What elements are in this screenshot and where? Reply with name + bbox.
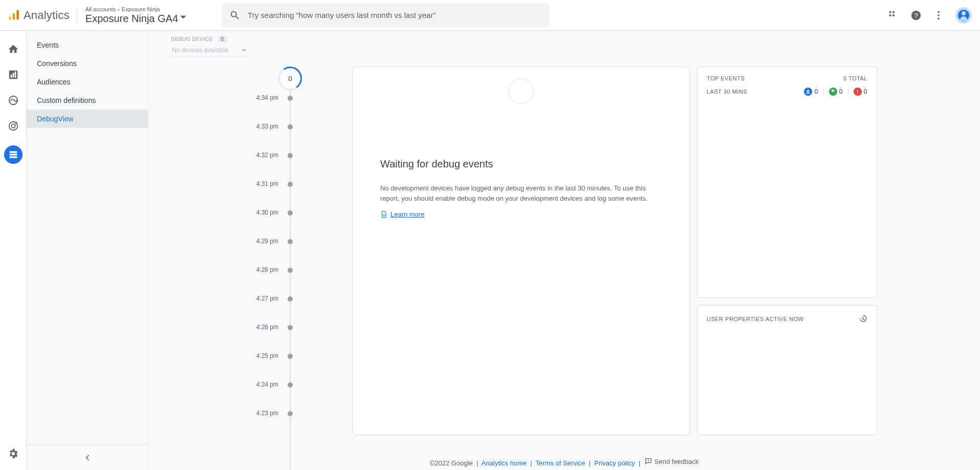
caret-down-icon xyxy=(180,14,186,22)
header-right: ? xyxy=(888,7,972,24)
search-icon xyxy=(229,10,241,21)
avatar-person-icon xyxy=(958,10,969,21)
timeline-mark-dot xyxy=(288,153,293,158)
subnav-events[interactable]: Events xyxy=(27,36,148,54)
svg-rect-23 xyxy=(857,93,858,94)
svg-rect-4 xyxy=(892,11,895,13)
timeline-mark-dot xyxy=(288,382,293,388)
svg-point-9 xyxy=(938,11,940,13)
analytics-logo[interactable]: Analytics xyxy=(5,9,70,22)
subnav-conversions[interactable]: Conversions xyxy=(27,54,148,73)
svg-rect-19 xyxy=(9,151,17,153)
footer-tos[interactable]: Terms of Service xyxy=(536,459,585,467)
debug-main-card: Waiting for debug events No development … xyxy=(352,67,690,435)
feedback-icon xyxy=(644,457,652,465)
top-events-badges: 0 0 xyxy=(804,88,867,96)
timeline-mark: 4:28 pm xyxy=(156,269,345,298)
analytics-logo-text: Analytics xyxy=(24,9,70,22)
svg-rect-1 xyxy=(13,13,15,19)
analytics-logo-icon xyxy=(7,9,20,22)
timeline-mark-label: 4:28 pm xyxy=(256,266,278,273)
more-vert-icon[interactable] xyxy=(933,10,944,21)
account-picker[interactable]: All accounts › Exposure Ninja Exposure N… xyxy=(85,6,186,24)
event-count-green: 0 xyxy=(839,88,843,95)
timeline-now-badge: 0 xyxy=(278,67,302,90)
svg-rect-14 xyxy=(12,73,14,77)
flag-icon xyxy=(829,88,837,96)
subnav-custom-definitions[interactable]: Custom definitions xyxy=(27,91,148,110)
nav-advertising[interactable] xyxy=(7,120,19,132)
user-props-title: USER PROPERTIES ACTIVE NOW xyxy=(707,316,803,322)
history-icon[interactable] xyxy=(858,314,867,324)
nav-settings[interactable] xyxy=(7,447,19,460)
timeline-mark: 4:25 pm xyxy=(156,355,345,384)
event-count-orange: 0 xyxy=(864,88,867,95)
subnav-debugview[interactable]: DebugView xyxy=(27,110,153,128)
timeline-mark-dot xyxy=(288,268,293,273)
document-icon xyxy=(380,211,387,218)
timeline-mark-label: 4:29 pm xyxy=(256,238,278,245)
event-badge-blue: 0 xyxy=(804,88,818,96)
event-badge-green: 0 xyxy=(829,88,843,96)
timeline-mark: 4:34 pm xyxy=(156,97,345,126)
event-count-blue: 0 xyxy=(814,88,818,95)
nav-rail xyxy=(0,31,27,470)
timeline-mark-dot xyxy=(288,296,293,302)
timeline-mark-dot xyxy=(288,96,293,101)
error-icon xyxy=(854,88,862,96)
subnav-audiences[interactable]: Audiences xyxy=(27,73,148,91)
svg-point-16 xyxy=(9,96,17,105)
caret-down-icon xyxy=(242,48,247,55)
svg-rect-22 xyxy=(857,90,858,92)
timeline-mark-label: 4:34 pm xyxy=(256,94,278,101)
user-properties-card: USER PROPERTIES ACTIVE NOW xyxy=(697,305,877,435)
learn-more-link[interactable]: Learn more xyxy=(390,210,424,218)
debug-empty-title: Waiting for debug events xyxy=(380,158,662,170)
svg-rect-3 xyxy=(889,11,891,13)
timeline-mark: 4:27 pm xyxy=(156,298,345,327)
timeline-mark-label: 4:23 pm xyxy=(256,410,278,417)
divider xyxy=(823,88,824,96)
nav-home[interactable] xyxy=(7,43,19,55)
account-avatar[interactable] xyxy=(955,7,972,24)
footer-privacy[interactable]: Privacy policy xyxy=(594,459,635,467)
timeline-mark: 4:33 pm xyxy=(156,126,345,155)
debug-device-select-text: No devices available xyxy=(172,47,228,54)
debug-device-select[interactable]: No devices available xyxy=(171,46,248,56)
search-bar[interactable]: Try searching "how many users last month… xyxy=(222,3,550,28)
nav-explore[interactable] xyxy=(7,94,19,106)
timeline-mark: 4:31 pm xyxy=(156,183,345,212)
svg-rect-24 xyxy=(648,460,648,461)
timeline-mark-label: 4:32 pm xyxy=(256,152,278,159)
timeline-mark-label: 4:24 pm xyxy=(256,381,278,388)
breadcrumb-root: All accounts xyxy=(85,6,116,12)
svg-rect-13 xyxy=(10,75,12,78)
svg-rect-25 xyxy=(648,461,648,462)
footer-analytics-home[interactable]: Analytics home xyxy=(482,459,527,467)
nav-configure[interactable] xyxy=(4,145,23,164)
apps-icon[interactable] xyxy=(888,10,899,21)
event-badge-orange: 0 xyxy=(854,88,867,96)
footer-feedback[interactable]: Send feedback xyxy=(644,457,699,465)
breadcrumb-leaf: Exposure Ninja xyxy=(122,6,160,12)
timeline-mark-dot xyxy=(288,182,293,187)
top-events-card: TOP EVENTS 0 TOTAL LAST 30 MINS 0 xyxy=(697,67,877,298)
divider xyxy=(848,88,848,96)
timeline-mark: 4:29 pm xyxy=(156,241,345,269)
timeline-mark-label: 4:25 pm xyxy=(256,352,278,359)
timeline-mark-label: 4:26 pm xyxy=(256,324,278,331)
subnav-collapse[interactable] xyxy=(27,445,148,463)
chevron-right-icon: › xyxy=(118,6,120,12)
svg-rect-20 xyxy=(9,154,17,155)
top-events-total: 0 TOTAL xyxy=(843,75,867,81)
debug-device-count: 0 xyxy=(218,36,227,42)
page-footer: ©2022 Google | Analytics home | Terms of… xyxy=(148,457,980,467)
nav-reports[interactable] xyxy=(7,69,19,81)
timeline-mark-label: 4:30 pm xyxy=(256,209,278,216)
timeline-mark-dot xyxy=(288,124,293,130)
help-icon[interactable]: ? xyxy=(910,10,922,21)
svg-rect-6 xyxy=(892,14,895,16)
timeline-mark-dot xyxy=(288,239,293,244)
timeline-mark: 4:23 pm xyxy=(156,413,345,441)
svg-point-18 xyxy=(11,124,15,127)
